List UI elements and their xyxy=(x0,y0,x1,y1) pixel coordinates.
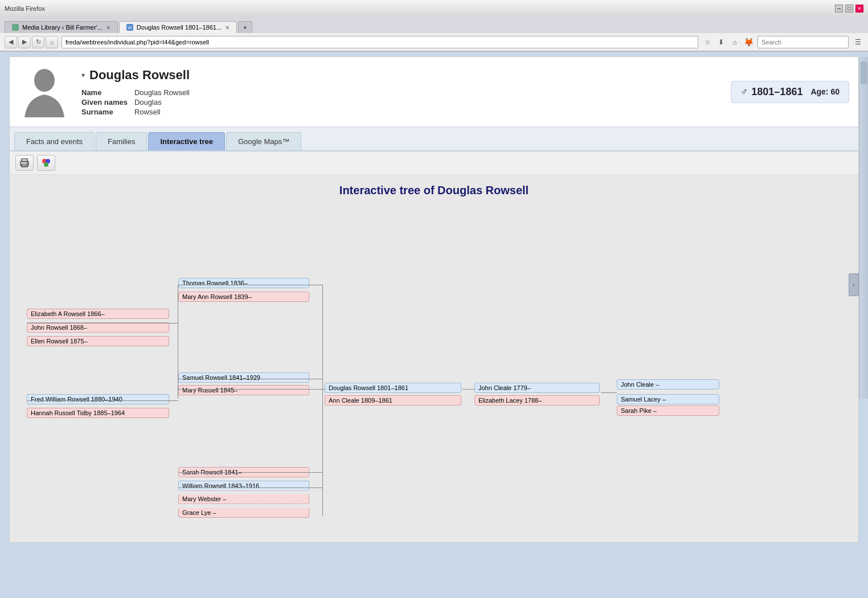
dropdown-arrow-icon[interactable]: ▾ xyxy=(81,71,85,79)
tree-toolbar xyxy=(10,151,858,175)
person-john-rowsell-child[interactable]: John Rowsell 1868– xyxy=(27,322,169,333)
scrollbar-track xyxy=(859,57,868,399)
person-john-cleale[interactable]: John Cleale 1779– xyxy=(474,383,600,393)
main-content: ▾ Douglas Rowsell Name Douglas Rowsell G… xyxy=(9,56,859,543)
svg-rect-2 xyxy=(22,159,27,162)
browser-chrome: Mozilla Firefox ─ □ ✕ Media Library ‹ Bi… xyxy=(0,0,868,52)
surname-label: Surname xyxy=(81,108,128,116)
person-ann-cleale[interactable]: Ann Cleale 1809–1861 xyxy=(325,395,461,406)
bookmark-icon[interactable]: ☆ xyxy=(702,36,713,48)
home-button[interactable]: ⌂ xyxy=(46,36,58,48)
person-elizabeth-lacey[interactable]: Elizabeth Lacey 1788– xyxy=(474,395,600,406)
tab-interactive-tree[interactable]: Interactive tree xyxy=(148,132,225,150)
tab-google-maps-label: Google Maps™ xyxy=(238,137,289,146)
print-icon xyxy=(19,158,30,168)
browser-tab-bar: Media Library ‹ Bill Farmer'... ✕ W Doug… xyxy=(0,17,868,33)
person-fred-rowsell[interactable]: Fred William Rowsell 1880–1940 xyxy=(27,394,169,404)
person-hannah-tidby[interactable]: Hannah Russell Tidby 1885–1964 xyxy=(27,408,169,418)
browser-tab-douglas-label: Douglas Rowsell 1801–1861... xyxy=(137,24,222,31)
back-button[interactable]: ◀ xyxy=(5,36,17,48)
scrollbar-thumb[interactable] xyxy=(861,62,867,84)
tab-interactive-tree-label: Interactive tree xyxy=(160,137,213,146)
tab-facts[interactable]: Facts and events xyxy=(14,132,95,150)
browser-title: Mozilla Firefox xyxy=(5,5,45,12)
print-button[interactable] xyxy=(15,155,34,171)
maximize-button[interactable]: □ xyxy=(845,5,853,13)
url-input[interactable] xyxy=(62,36,698,48)
name-label: Name xyxy=(81,88,128,97)
tabs: Facts and events Families Interactive tr… xyxy=(14,132,854,150)
nav-buttons: ◀ ▶ ↻ ⌂ xyxy=(5,36,58,48)
person-mary-webster[interactable]: Mary Webster – xyxy=(178,494,309,504)
svg-point-0 xyxy=(34,69,55,92)
person-thomas-rowsell[interactable]: Thomas Rowsell 1836– xyxy=(178,278,309,288)
person-age: Age: 60 xyxy=(810,87,840,96)
connector-subject-h xyxy=(178,389,325,390)
browser-tab-douglas-close[interactable]: ✕ xyxy=(225,24,230,31)
person-ellen-rowsell[interactable]: Ellen Rowsell 1875– xyxy=(27,336,169,346)
browser-tab-douglas[interactable]: W Douglas Rowsell 1801–1861... ✕ xyxy=(119,21,237,33)
minimize-button[interactable]: ─ xyxy=(835,5,843,13)
svg-point-4 xyxy=(27,162,28,163)
person-mary-russell[interactable]: Mary Russell 1845– xyxy=(178,385,309,395)
connector-g1-v xyxy=(178,285,178,399)
new-tab-button[interactable]: + xyxy=(238,21,252,33)
tree-title: Interactive tree of Douglas Rowsell xyxy=(19,184,849,197)
connector-g2-h xyxy=(178,379,322,379)
person-silhouette xyxy=(19,66,70,117)
refresh-button[interactable]: ↻ xyxy=(32,36,44,48)
given-names-value: Douglas xyxy=(134,98,731,107)
side-collapse-button[interactable]: › xyxy=(849,273,859,296)
person-header: ▾ Douglas Rowsell Name Douglas Rowsell G… xyxy=(10,57,858,128)
person-sarah-pike[interactable]: Sarah Pike – xyxy=(617,406,719,416)
person-john-cleale-great[interactable]: John Cleale – xyxy=(617,379,719,390)
address-bar: ◀ ▶ ↻ ⌂ ☆ ⬇ ⌂ 🦊 ☰ xyxy=(0,33,868,51)
firefox-icon[interactable]: 🦊 xyxy=(743,36,754,48)
svg-point-7 xyxy=(44,162,48,167)
browser-toolbar-icons: ☰ xyxy=(852,36,863,48)
tree-container: John Cleale – Samuel Lacey – Sarah Pike … xyxy=(19,214,849,533)
toolbar-icons: ☆ ⬇ ⌂ 🦊 xyxy=(702,36,754,48)
browser-tab-media[interactable]: Media Library ‹ Bill Farmer'... ✕ xyxy=(5,21,118,33)
title-bar: Mozilla Firefox ─ □ ✕ xyxy=(0,0,868,17)
settings-icon[interactable]: ☰ xyxy=(852,36,863,48)
search-input[interactable] xyxy=(758,36,849,48)
name-value: Douglas Rowsell xyxy=(134,88,731,97)
person-dates: 1801–1861 xyxy=(751,86,803,98)
tree-area: Interactive tree of Douglas Rowsell John… xyxy=(10,175,858,542)
favicon-media xyxy=(12,24,19,31)
person-maryann-rowsell[interactable]: Mary Ann Rowsell 1839– xyxy=(178,292,309,302)
connector-g3-h xyxy=(178,472,322,473)
person-william-rowsell[interactable]: William Rowsell 1843–1916 xyxy=(178,481,309,491)
connector-g4-h xyxy=(178,488,322,488)
connector-gp-h xyxy=(462,389,474,390)
homepages-icon[interactable]: ⌂ xyxy=(729,36,740,48)
window-controls: ─ □ ✕ xyxy=(835,5,863,13)
person-fields: Name Douglas Rowsell Given names Douglas… xyxy=(81,88,731,116)
tabs-container: Facts and events Families Interactive tr… xyxy=(10,128,858,151)
gender-symbol: ♂ xyxy=(740,86,748,98)
download-icon[interactable]: ⬇ xyxy=(715,36,727,48)
person-main-name: Douglas Rowsell xyxy=(89,68,190,83)
browser-tab-media-close[interactable]: ✕ xyxy=(106,24,110,31)
forward-button[interactable]: ▶ xyxy=(18,36,31,48)
person-douglas-rowsell[interactable]: Douglas Rowsell 1801–1861 xyxy=(325,383,461,393)
tab-google-maps[interactable]: Google Maps™ xyxy=(226,132,301,150)
browser-tab-media-label: Media Library ‹ Bill Farmer'... xyxy=(22,24,103,31)
given-names-label: Given names xyxy=(81,98,128,107)
close-button[interactable]: ✕ xyxy=(855,5,863,13)
person-elizabeth-rowsell[interactable]: Elizabeth A Rowsell 1866– xyxy=(27,309,169,319)
colorize-button[interactable] xyxy=(37,155,55,171)
tab-families[interactable]: Families xyxy=(96,132,147,150)
person-name-title: ▾ Douglas Rowsell xyxy=(81,68,731,83)
person-samuel-rowsell[interactable]: Samuel Rowsell 1841–1929 xyxy=(178,372,309,383)
favicon-douglas: W xyxy=(126,24,133,31)
person-grace-lye[interactable]: Grace Lye – xyxy=(178,508,309,518)
colorize-icon xyxy=(41,158,51,168)
person-dates-header: ♂ 1801–1861 Age: 60 xyxy=(731,81,849,103)
connector-g1c-h xyxy=(27,323,178,323)
surname-value: Rowsell xyxy=(134,108,731,116)
person-samuel-lacey[interactable]: Samuel Lacey – xyxy=(617,394,719,404)
connector-g2c-h xyxy=(27,400,178,401)
connector-g1-h xyxy=(178,285,322,285)
